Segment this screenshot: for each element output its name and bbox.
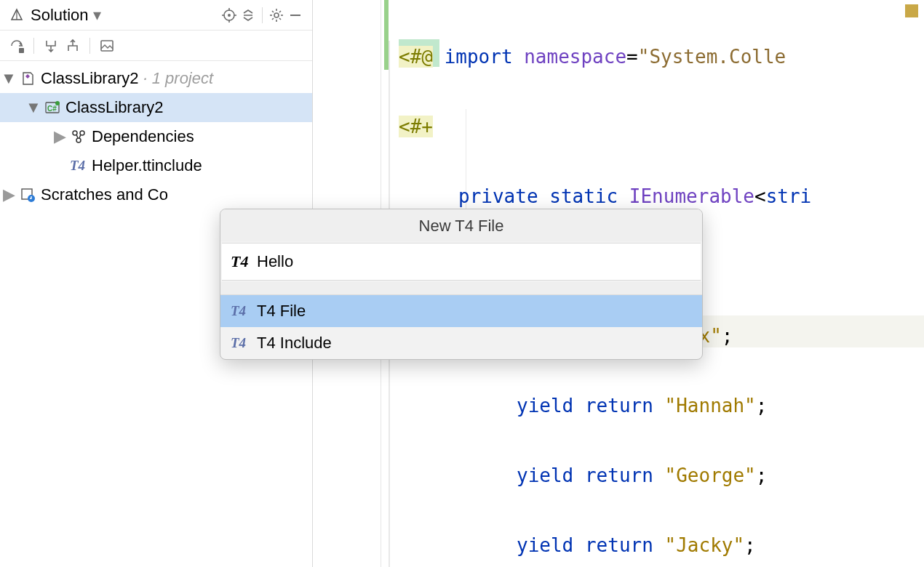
code-token: return xyxy=(585,395,653,417)
code-token: "Hannah" xyxy=(665,395,756,417)
popup-option-t4-include[interactable]: T4 T4 Include xyxy=(220,327,702,359)
code-token: IEnumerable xyxy=(629,185,754,207)
tree-label: Dependencies xyxy=(92,127,194,146)
tree-dependencies-node[interactable]: ▶ Dependencies xyxy=(0,122,312,151)
chevron-down-icon: ▾ xyxy=(93,6,101,25)
code-token: "System.Colle xyxy=(638,46,786,68)
svg-line-25 xyxy=(76,134,78,138)
svg-rect-18 xyxy=(101,41,113,51)
filename-input[interactable]: T4 Hello xyxy=(222,243,701,281)
tree-solution-node[interactable]: ▼ ClassLibrary2 · 1 project xyxy=(0,64,312,93)
svg-point-21 xyxy=(55,101,60,105)
code-token: ; xyxy=(756,395,768,417)
project-tree: ▼ ClassLibrary2 · 1 project ▼ C# ClassLi… xyxy=(0,61,312,209)
tree-sublabel: · 1 project xyxy=(143,69,214,88)
tree-arrow-down-icon[interactable]: ▼ xyxy=(3,69,15,88)
popup-option-label: T4 Include xyxy=(257,334,332,353)
arrow-into-icon[interactable] xyxy=(41,36,60,55)
csharp-project-icon: C# xyxy=(44,99,61,116)
t4-file-icon: T4 xyxy=(231,252,250,271)
svg-line-12 xyxy=(272,11,274,12)
sync-icon[interactable] xyxy=(7,36,26,55)
tree-label: Scratches and Co xyxy=(41,185,168,204)
code-token: <#@ xyxy=(399,46,433,68)
code-token: yield xyxy=(517,534,573,556)
solution-file-icon xyxy=(19,70,36,87)
code-token: <#+ xyxy=(399,116,433,137)
code-token: ; xyxy=(756,465,768,486)
popup-separator xyxy=(220,282,702,295)
svg-line-26 xyxy=(79,134,81,138)
svg-point-7 xyxy=(274,13,279,17)
code-token: return xyxy=(585,465,653,486)
scratches-icon xyxy=(19,186,36,204)
tree-project-node[interactable]: ▼ C# ClassLibrary2 xyxy=(0,93,312,122)
popup-option-t4-file[interactable]: T4 T4 File xyxy=(220,295,702,327)
code-token: "George" xyxy=(665,465,756,486)
svg-line-15 xyxy=(279,11,281,12)
tree-scratches-node[interactable]: ▶ Scratches and Co xyxy=(0,180,312,209)
t4-file-icon: T4 xyxy=(231,303,250,319)
svg-text:C#: C# xyxy=(47,105,57,113)
tree-arrow-right-icon[interactable]: ▶ xyxy=(3,185,15,204)
solution-selector[interactable]: Solution ▾ xyxy=(7,6,101,25)
code-token: return xyxy=(585,534,653,556)
code-token: ; xyxy=(744,534,756,556)
code-token: "Jacky" xyxy=(665,534,745,556)
tree-label: ClassLibrary2 xyxy=(41,69,139,88)
svg-line-13 xyxy=(279,18,281,20)
code-token: yield xyxy=(517,395,573,417)
collapse-all-icon[interactable] xyxy=(239,6,258,25)
code-token: static xyxy=(549,185,618,207)
tree-file-helper[interactable]: T4 Helper.ttinclude xyxy=(0,151,312,180)
code-token: = xyxy=(626,46,638,68)
code-token: stri xyxy=(766,185,812,207)
solution-toolbar-secondary xyxy=(0,31,312,61)
solution-label: Solution xyxy=(31,6,89,25)
gear-icon[interactable] xyxy=(267,6,286,25)
solution-toolbar: Solution ▾ xyxy=(0,0,312,31)
code-token: yield xyxy=(517,465,573,486)
filename-value: Hello xyxy=(257,252,293,271)
image-icon[interactable] xyxy=(97,36,116,55)
new-file-popup: New T4 File T4 Hello T4 T4 File T4 T4 In… xyxy=(220,209,703,360)
target-icon[interactable] xyxy=(220,6,239,25)
svg-point-1 xyxy=(228,14,231,17)
popup-title: New T4 File xyxy=(220,209,702,241)
popup-option-label: T4 File xyxy=(257,302,306,321)
code-token: private xyxy=(458,185,538,207)
tree-arrow-right-icon[interactable]: ▶ xyxy=(54,127,65,146)
tree-label: ClassLibrary2 xyxy=(65,98,164,117)
arrow-out-icon[interactable] xyxy=(63,36,82,55)
tree-arrow-down-icon[interactable]: ▼ xyxy=(28,98,39,117)
svg-line-14 xyxy=(272,18,274,20)
tree-label: Helper.ttinclude xyxy=(92,156,202,175)
code-token: ; xyxy=(722,325,733,347)
t4-file-icon: T4 xyxy=(70,157,87,174)
code-token: import xyxy=(445,46,513,68)
code-token: namespace xyxy=(524,46,626,68)
t4-file-icon: T4 xyxy=(231,335,250,351)
svg-point-24 xyxy=(76,138,81,142)
dependencies-icon xyxy=(70,128,87,145)
minimize-icon[interactable] xyxy=(286,6,305,25)
solution-icon xyxy=(7,6,26,25)
code-token: < xyxy=(754,185,766,207)
svg-rect-17 xyxy=(19,48,24,53)
